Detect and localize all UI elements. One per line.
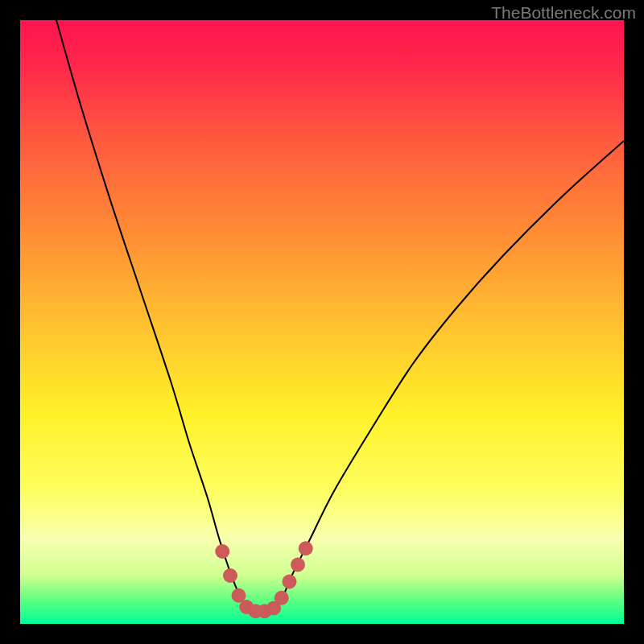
sweet-spot-dots	[215, 541, 313, 618]
sweet-spot-dot	[215, 544, 229, 559]
sweet-spot-dot	[223, 568, 237, 583]
sweet-spot-dot	[291, 558, 305, 572]
sweet-spot-dot	[299, 541, 313, 555]
sweet-spot-dot	[275, 591, 289, 605]
bottleneck-curve	[56, 20, 624, 612]
watermark-text: TheBottleneck.com	[491, 3, 636, 23]
chart-svg	[0, 0, 644, 644]
sweet-spot-dot	[283, 575, 297, 589]
